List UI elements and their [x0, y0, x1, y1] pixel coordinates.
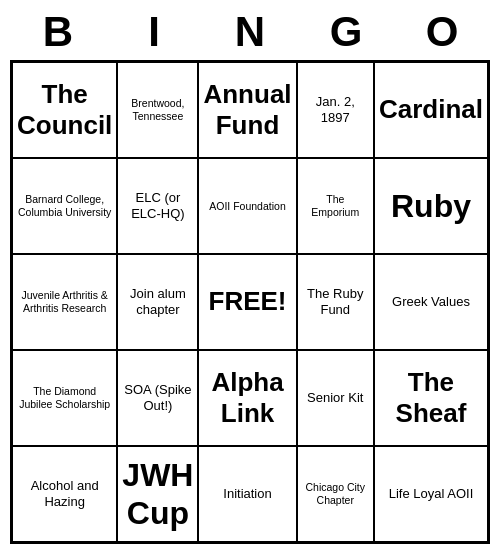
bingo-cell: Join alum chapter	[117, 254, 198, 350]
bingo-cell: Brentwood, Tennessee	[117, 62, 198, 158]
bingo-cell: Juvenile Arthritis & Arthritis Research	[12, 254, 117, 350]
bingo-cell: Cardinal	[374, 62, 488, 158]
bingo-cell: SOA (Spike Out!)	[117, 350, 198, 446]
bingo-cell: Barnard College, Columbia University	[12, 158, 117, 254]
bingo-cell: AOII Foundation	[198, 158, 296, 254]
bingo-letter: O	[398, 8, 486, 56]
bingo-cell: Senior Kit	[297, 350, 374, 446]
bingo-cell: Chicago City Chapter	[297, 446, 374, 542]
bingo-cell: The Sheaf	[374, 350, 488, 446]
bingo-cell: Life Loyal AOII	[374, 446, 488, 542]
bingo-letter: I	[110, 8, 198, 56]
bingo-cell: JWH Cup	[117, 446, 198, 542]
bingo-grid: The CouncilBrentwood, TennesseeAnnual Fu…	[10, 60, 490, 544]
bingo-cell: Initiation	[198, 446, 296, 542]
bingo-cell: The Emporium	[297, 158, 374, 254]
bingo-cell: The Ruby Fund	[297, 254, 374, 350]
bingo-cell: Ruby	[374, 158, 488, 254]
bingo-cell: The Council	[12, 62, 117, 158]
bingo-cell: The Diamond Jubilee Scholarship	[12, 350, 117, 446]
bingo-cell: Annual Fund	[198, 62, 296, 158]
bingo-cell: Alcohol and Hazing	[12, 446, 117, 542]
bingo-cell: ELC (or ELC-HQ)	[117, 158, 198, 254]
bingo-letter: B	[14, 8, 102, 56]
bingo-cell: FREE!	[198, 254, 296, 350]
bingo-cell: Greek Values	[374, 254, 488, 350]
bingo-cell: Alpha Link	[198, 350, 296, 446]
bingo-letter: G	[302, 8, 390, 56]
bingo-header: BINGO	[10, 0, 490, 60]
bingo-letter: N	[206, 8, 294, 56]
bingo-cell: Jan. 2, 1897	[297, 62, 374, 158]
